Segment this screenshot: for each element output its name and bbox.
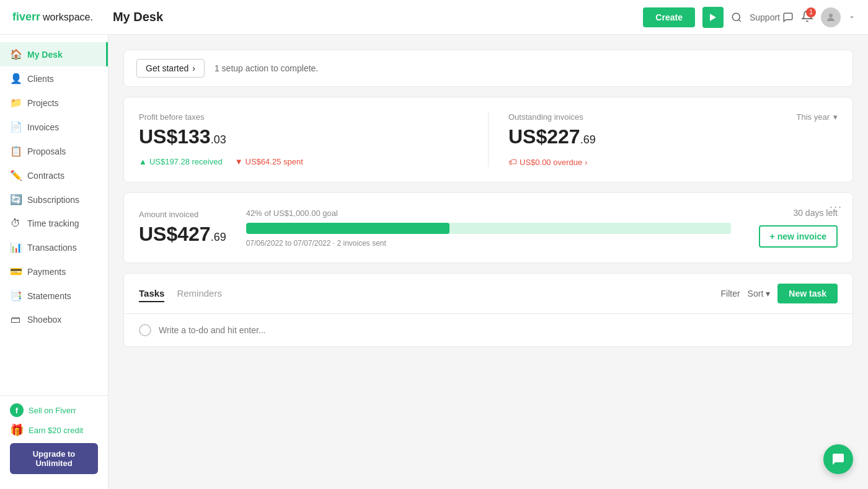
- progress-meta: 07/06/2022 to 07/07/2022 · 2 invoices se…: [246, 239, 731, 248]
- arrow-down-icon: ▼: [235, 157, 243, 166]
- avatar[interactable]: [821, 7, 841, 27]
- profit-currency: US$: [139, 125, 177, 148]
- progress-label: 42% of US$1,000.00 goal: [246, 209, 731, 218]
- outstanding-value: US$227.69: [508, 125, 838, 148]
- logo-subtitle: workspace.: [43, 12, 93, 23]
- sidebar-item-time-tracking[interactable]: ⏱ Time tracking: [0, 212, 108, 235]
- profit-block: Profit before taxes US$133.03 ▲ US$197.2…: [139, 112, 468, 167]
- sidebar-item-payments[interactable]: 💳 Payments: [0, 259, 108, 284]
- sidebar-item-shoebox[interactable]: 🗃 Shoebox: [0, 308, 108, 331]
- app-logo: fiverr workspace.: [12, 11, 93, 24]
- svg-line-1: [738, 19, 740, 21]
- sidebar-item-invoices[interactable]: 📄 Invoices: [0, 115, 108, 139]
- subscriptions-icon: 🔄: [10, 194, 21, 205]
- support-button[interactable]: Support: [750, 12, 794, 23]
- profit-decimal: .03: [211, 133, 226, 146]
- stats-card: Profit before taxes US$133.03 ▲ US$197.2…: [123, 97, 853, 182]
- home-icon: 🏠: [10, 48, 21, 60]
- sort-button[interactable]: Sort ▾: [748, 289, 771, 298]
- new-task-button[interactable]: New task: [777, 284, 838, 303]
- task-input-row: [124, 314, 852, 346]
- invoiced-amount-block: Amount invoiced US$427.69: [139, 210, 226, 246]
- search-button[interactable]: [731, 12, 742, 23]
- page-title: My Desk: [113, 10, 633, 24]
- sell-on-fiverr-link[interactable]: f Sell on Fiverr: [10, 403, 98, 417]
- sidebar-label-shoebox: Shoebox: [27, 315, 61, 325]
- year-selector[interactable]: This year ▾: [797, 112, 838, 122]
- outstanding-decimal: .69: [580, 133, 596, 146]
- sidebar-item-contracts[interactable]: ✏️ Contracts: [0, 163, 108, 187]
- arrow-up-icon: ▲: [139, 157, 147, 166]
- time-tracking-icon: ⏱: [10, 218, 21, 229]
- overdue-stat[interactable]: 🏷 US$0.00 overdue ›: [508, 157, 588, 167]
- statements-icon: 📑: [10, 290, 21, 302]
- outstanding-block: Outstanding invoices This year ▾ US$227.…: [508, 112, 838, 167]
- setup-text: 1 setup action to complete.: [215, 63, 318, 73]
- gift-icon: 🎁: [10, 423, 24, 437]
- invoiced-label: Amount invoiced: [139, 210, 226, 219]
- sidebar-label-my-desk: My Desk: [27, 50, 63, 60]
- earn-credit-link[interactable]: 🎁 Earn $20 credit: [10, 423, 98, 437]
- play-button[interactable]: [702, 7, 724, 28]
- sidebar-item-subscriptions[interactable]: 🔄 Subscriptions: [0, 187, 108, 212]
- invoices-icon: 📄: [10, 121, 21, 133]
- tab-tasks[interactable]: Tasks: [139, 285, 164, 302]
- profit-integer: 133: [177, 125, 210, 148]
- overdue-sub: 🏷 US$0.00 overdue ›: [508, 157, 838, 167]
- progress-bar-wrap: [246, 223, 731, 234]
- proposals-icon: 📋: [10, 145, 21, 157]
- outstanding-integer: 227: [547, 125, 580, 148]
- spent-stat: ▼ US$64.25 spent: [235, 157, 303, 166]
- stat-divider: [488, 112, 489, 167]
- task-input[interactable]: [159, 325, 838, 335]
- invoiced-card: ··· Amount invoiced US$427.69 42% of US$…: [123, 192, 853, 263]
- sidebar-item-transactions[interactable]: 📊 Transactions: [0, 235, 108, 259]
- sidebar-item-projects[interactable]: 📁 Projects: [0, 91, 108, 115]
- filter-button[interactable]: Filter: [720, 289, 740, 298]
- notification-bell[interactable]: 1: [801, 10, 813, 25]
- new-invoice-button[interactable]: + new invoice: [759, 225, 838, 248]
- invoiced-integer: 427: [177, 223, 210, 245]
- invoiced-value: US$427.69: [139, 223, 226, 246]
- invoiced-decimal: .69: [211, 231, 226, 243]
- profit-value: US$133.03: [139, 125, 468, 148]
- received-stat: ▲ US$197.28 received: [139, 157, 223, 166]
- sidebar-item-statements[interactable]: 📑 Statements: [0, 284, 108, 308]
- main-content: Get started › 1 setup action to complete…: [108, 35, 868, 489]
- sidebar-label-payments: Payments: [27, 267, 66, 277]
- sidebar-label-proposals: Proposals: [27, 146, 66, 156]
- chevron-right-icon: ›: [585, 158, 587, 167]
- clients-icon: 👤: [10, 73, 21, 84]
- chevron-down-icon: ▾: [833, 112, 838, 122]
- projects-icon: 📁: [10, 97, 21, 109]
- sidebar-label-statements: Statements: [27, 291, 71, 301]
- outstanding-label: Outstanding invoices: [508, 112, 583, 122]
- create-button[interactable]: Create: [643, 7, 695, 27]
- main-layout: 🏠 My Desk 👤 Clients 📁 Projects 📄 Invoice…: [0, 35, 868, 489]
- tasks-tabs: Tasks Reminders: [139, 285, 706, 302]
- sidebar-label-contracts: Contracts: [27, 171, 64, 181]
- invoiced-progress-block: 42% of US$1,000.00 goal 07/06/2022 to 07…: [246, 209, 731, 248]
- overdue-icon: 🏷: [508, 157, 517, 167]
- sidebar-item-proposals[interactable]: 📋 Proposals: [0, 139, 108, 163]
- top-navigation: fiverr workspace. My Desk Create Support…: [0, 0, 868, 35]
- contracts-icon: ✏️: [10, 169, 21, 181]
- shoebox-icon: 🗃: [10, 314, 21, 325]
- chevron-down-icon: [848, 14, 856, 21]
- upgrade-button[interactable]: Upgrade to Unlimited: [10, 443, 98, 474]
- transactions-icon: 📊: [10, 241, 21, 253]
- get-started-button[interactable]: Get started ›: [136, 59, 205, 78]
- sidebar-item-clients[interactable]: 👤 Clients: [0, 66, 108, 91]
- svg-point-2: [829, 14, 833, 17]
- profit-label: Profit before taxes: [139, 112, 468, 122]
- sidebar-label-subscriptions: Subscriptions: [27, 195, 79, 205]
- notification-badge: 1: [806, 7, 816, 17]
- chat-bubble-button[interactable]: [823, 444, 853, 474]
- sidebar-bottom: f Sell on Fiverr 🎁 Earn $20 credit Upgra…: [0, 395, 108, 482]
- sidebar-label-invoices: Invoices: [27, 122, 59, 132]
- more-options-button[interactable]: ···: [830, 200, 843, 213]
- sidebar-label-time-tracking: Time tracking: [27, 218, 79, 228]
- tab-reminders[interactable]: Reminders: [177, 285, 222, 302]
- task-checkbox[interactable]: [139, 324, 151, 336]
- sidebar-item-my-desk[interactable]: 🏠 My Desk: [0, 42, 108, 66]
